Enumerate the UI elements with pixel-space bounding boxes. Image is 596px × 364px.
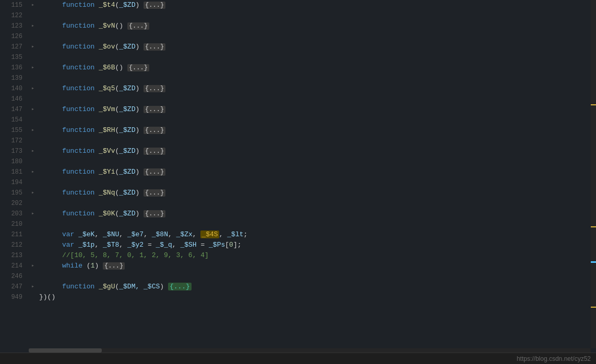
line-num-211: 211: [0, 229, 29, 240]
line-num-146: 146: [0, 94, 29, 104]
fold-icon-127[interactable]: ▸: [29, 42, 37, 52]
line-num-127: 127: [0, 42, 29, 52]
code-line-122: 122: [0, 10, 596, 21]
fold-icon-173[interactable]: ▸: [29, 146, 37, 156]
line-code-115: function _$t4(_$ZD) {...}: [37, 0, 596, 10]
fold-icon-115[interactable]: ▸: [29, 0, 37, 10]
line-code-147: function _$Vm(_$ZD) {...}: [37, 104, 596, 115]
fold-icon-213: [29, 250, 37, 261]
fold-icon-203[interactable]: ▸: [29, 209, 37, 219]
line-code-181: function _$Yi(_$ZD) {...}: [37, 167, 596, 177]
line-code-213: //[10, 5, 8, 7, 0, 1, 2, 9, 3, 6, 4]: [37, 250, 596, 261]
line-code-195: function _$Nq(_$ZD) {...}: [37, 188, 596, 198]
line-num-139: 139: [0, 73, 29, 83]
line-num-136: 136: [0, 63, 29, 73]
line-num-154: 154: [0, 115, 29, 125]
watermark: https://blog.csdn.net/cyz52: [517, 355, 591, 362]
line-code-140: function _$q5(_$ZD) {...}: [37, 83, 596, 94]
code-line-180: 180: [0, 156, 596, 167]
line-num-210: 210: [0, 219, 29, 229]
line-code-139: [37, 73, 596, 83]
line-num-202: 202: [0, 198, 29, 209]
fold-icon-146: [29, 94, 37, 104]
fold-icon-180: [29, 156, 37, 167]
line-num-173: 173: [0, 146, 29, 156]
line-num-247: 247: [0, 282, 29, 292]
line-num-126: 126: [0, 31, 29, 42]
fold-icon-214[interactable]: ▸: [29, 261, 37, 271]
line-code-949: })(): [37, 292, 596, 302]
line-code-202: [37, 198, 596, 209]
code-line-135: 135: [0, 52, 596, 63]
code-line-146: 146: [0, 94, 596, 104]
fold-icon-194: [29, 177, 37, 188]
line-num-122: 122: [0, 10, 29, 21]
line-num-195: 195: [0, 188, 29, 198]
line-code-173: function _$Vv(_$ZD) {...}: [37, 146, 596, 156]
line-code-126: [37, 31, 596, 42]
line-num-135: 135: [0, 52, 29, 63]
code-line-212: 212 var _$1p, _$T8, _$y2 = _$_q, _$SH = …: [0, 240, 596, 250]
fold-icon-126: [29, 31, 37, 42]
fold-icon-211: [29, 229, 37, 240]
line-code-194: [37, 177, 596, 188]
line-code-211: var _$eK, _$NU, _$e7, _$8N, _$Zx, _$4S, …: [37, 229, 596, 240]
line-num-123: 123: [0, 21, 29, 31]
fold-icon-123[interactable]: ▸: [29, 21, 37, 31]
line-code-146: [37, 94, 596, 104]
fold-icon-195[interactable]: ▸: [29, 188, 37, 198]
fold-icon-155[interactable]: ▸: [29, 125, 37, 136]
line-num-214: 214: [0, 261, 29, 271]
line-num-172: 172: [0, 136, 29, 146]
line-code-172: [37, 136, 596, 146]
fold-icon-154: [29, 115, 37, 125]
fold-icon-172: [29, 136, 37, 146]
line-num-949: 949: [0, 292, 29, 302]
scrollbar-horizontal[interactable]: [29, 348, 591, 353]
fold-icon-247[interactable]: ▸: [29, 282, 37, 292]
line-code-246: [37, 271, 596, 282]
fold-icon-140[interactable]: ▸: [29, 83, 37, 94]
editor-container: 115 ▸ function _$t4(_$ZD) {...} 122 123 …: [0, 0, 596, 364]
line-num-212: 212: [0, 240, 29, 250]
line-code-123: function _$vN() {...}: [37, 21, 596, 31]
code-line-181: 181 ▸ function _$Yi(_$ZD) {...}: [0, 167, 596, 177]
code-line-147: 147 ▸ function _$Vm(_$ZD) {...}: [0, 104, 596, 115]
fold-icon-212: [29, 240, 37, 250]
code-line-154: 154: [0, 115, 596, 125]
code-line-127: 127 ▸ function _$ov(_$ZD) {...}: [0, 42, 596, 52]
line-code-247: function _$gU(_$DM, _$CS) {...}: [37, 282, 596, 292]
fold-icon-147[interactable]: ▸: [29, 104, 37, 115]
line-code-127: function _$ov(_$ZD) {...}: [37, 42, 596, 52]
fold-icon-136[interactable]: ▸: [29, 63, 37, 73]
scrollbar-h-thumb: [29, 348, 102, 353]
code-line-173: 173 ▸ function _$Vv(_$ZD) {...}: [0, 146, 596, 156]
code-line-211: 211 var _$eK, _$NU, _$e7, _$8N, _$Zx, _$…: [0, 229, 596, 240]
code-line-155: 155 ▸ function _$RH(_$ZD) {...}: [0, 125, 596, 136]
line-code-154: [37, 115, 596, 125]
fold-icon-210: [29, 219, 37, 229]
code-area: 115 ▸ function _$t4(_$ZD) {...} 122 123 …: [0, 0, 596, 348]
bottom-area: https://blog.csdn.net/cyz52: [0, 348, 596, 364]
code-line-246: 246: [0, 271, 596, 282]
code-line-214: 214 ▸ while (1) {...}: [0, 261, 596, 271]
fold-icon-949: [29, 292, 37, 302]
fold-icon-122: [29, 10, 37, 21]
code-line-139: 139: [0, 73, 596, 83]
scrollbar-vertical[interactable]: [591, 0, 596, 348]
line-num-194: 194: [0, 177, 29, 188]
scroll-marker-yellow-1: [591, 104, 596, 105]
code-line-949: 949 })(): [0, 292, 596, 302]
line-code-135: [37, 52, 596, 63]
line-code-136: function _$6B() {...}: [37, 63, 596, 73]
fold-icon-181[interactable]: ▸: [29, 167, 37, 177]
code-line-123: 123 ▸ function _$vN() {...}: [0, 21, 596, 31]
line-code-155: function _$RH(_$ZD) {...}: [37, 125, 596, 136]
code-line-213: 213 //[10, 5, 8, 7, 0, 1, 2, 9, 3, 6, 4]: [0, 250, 596, 261]
code-line-115: 115 ▸ function _$t4(_$ZD) {...}: [0, 0, 596, 10]
code-line-203: 203 ▸ function _$0K(_$ZD) {...}: [0, 209, 596, 219]
line-num-213: 213: [0, 250, 29, 261]
code-line-126: 126: [0, 31, 596, 42]
code-line-194: 194: [0, 177, 596, 188]
line-code-214: while (1) {...}: [37, 261, 596, 271]
